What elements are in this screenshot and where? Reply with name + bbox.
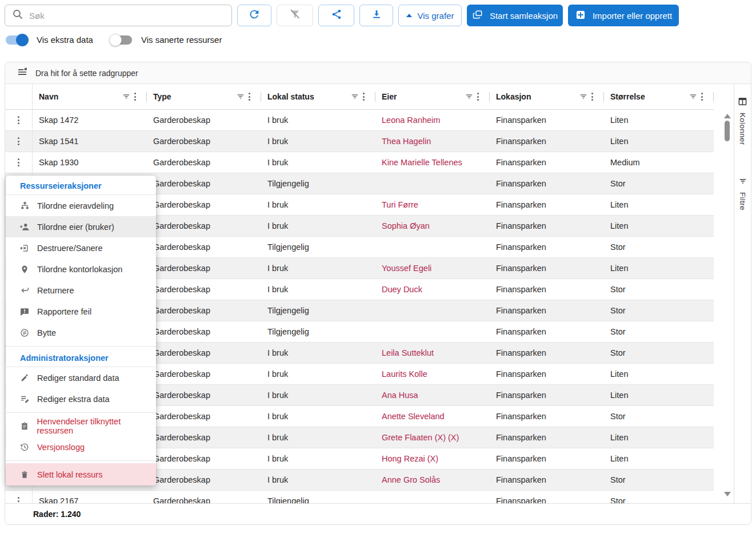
owner-link[interactable]: Kine Marielle Tellenes	[382, 158, 462, 167]
column-menu-icon[interactable]	[698, 90, 706, 103]
owner-link[interactable]: Youssef Egeli	[382, 264, 431, 273]
table-row[interactable]: Skap 1472GarderobeskapI brukLeona Ranhei…	[5, 110, 714, 131]
owner-link[interactable]: Anne Gro Solås	[382, 475, 440, 484]
owner-link[interactable]: Duey Duck	[382, 285, 422, 294]
cell-type: Garderobeskap	[147, 216, 261, 236]
column-menu-icon[interactable]	[359, 90, 368, 103]
cell-eier: Duey Duck	[375, 279, 490, 300]
column-menu-icon[interactable]	[588, 90, 597, 103]
import-or-create-button[interactable]: Importer eller opprett	[568, 5, 679, 26]
column-header-type[interactable]: Type	[147, 84, 261, 109]
cell-type: Garderobeskap	[147, 237, 261, 257]
owner-link[interactable]: Laurits Kolle	[382, 369, 427, 379]
row-menu-button[interactable]	[14, 495, 23, 503]
cell-status: I bruk	[261, 470, 375, 490]
row-group-icon	[17, 66, 28, 79]
table-row[interactable]: Skap 1541GarderobeskapI brukThea Hagelin…	[5, 131, 714, 152]
side-tab-filtre[interactable]: Filtre	[738, 177, 747, 210]
column-filter-icon[interactable]	[689, 92, 698, 101]
menu-item-tilordne-eier-bruker-[interactable]: Tilordne eier (bruker)	[6, 216, 156, 237]
row-menu-button[interactable]	[14, 135, 23, 148]
column-menu-icon[interactable]	[245, 90, 254, 103]
swap-icon	[19, 328, 30, 337]
menu-item-rediger-standard-data[interactable]: Rediger standard data	[6, 367, 156, 388]
cell-storrelse: Liten	[604, 110, 714, 130]
cell-lokasjon: Finansparken	[490, 364, 604, 384]
owner-link[interactable]: Hong Rezai (X)	[382, 454, 438, 463]
table-row[interactable]: Skap 1930GarderobeskapI brukKine Mariell…	[5, 152, 714, 173]
column-menu-icon[interactable]	[474, 90, 482, 103]
row-menu-button[interactable]	[14, 114, 23, 126]
search-box[interactable]	[5, 5, 232, 26]
status-bar: Rader: 1.240	[5, 503, 751, 524]
table-row[interactable]: Skap 2167GarderobeskapTilgjengeligFinans…	[5, 491, 714, 503]
owner-link[interactable]: Grete Flaaten (X) (X)	[382, 433, 459, 442]
owner-link[interactable]: Ana Husa	[382, 391, 418, 400]
column-label: Størrelse	[610, 92, 645, 101]
column-header-lokal-status[interactable]: Lokal status	[261, 84, 375, 109]
toggle-switch[interactable]	[6, 35, 27, 45]
column-header-navn[interactable]: Navn	[33, 84, 147, 109]
menu-item-henvendelser-tilknyttet-ressursen[interactable]: Henvendelser tilknyttet ressursen	[6, 415, 156, 436]
side-tab-label: Filtre	[738, 192, 747, 210]
menu-item-versjonslogg[interactable]: Versjonslogg	[6, 436, 156, 458]
download-button[interactable]	[359, 5, 393, 26]
column-header-lokasjon[interactable]: Lokasjon	[490, 84, 604, 109]
owner-link[interactable]: Anette Sleveland	[382, 412, 445, 421]
column-label: Type	[153, 92, 171, 101]
toggle-switch[interactable]	[110, 35, 132, 45]
owner-link[interactable]: Leona Ranheim	[382, 116, 440, 125]
column-filter-icon[interactable]	[122, 92, 131, 101]
menu-item-rapportere-feil[interactable]: Rapportere feil	[6, 301, 156, 322]
menu-section-header: Ressurseieraksjoner	[6, 177, 156, 195]
menu-item-slett-lokal-ressurs[interactable]: Slett lokal ressurs	[6, 463, 156, 486]
filter-panel-icon	[738, 177, 747, 188]
show-graphs-button[interactable]: Vis grafer	[398, 5, 462, 26]
cell-status: I bruk	[261, 364, 375, 384]
clear-filter-button[interactable]	[277, 5, 313, 26]
cell-status: I bruk	[261, 194, 375, 215]
scroll-up-arrow[interactable]	[724, 114, 731, 118]
cell-eier: Leila Sutteklut	[375, 343, 490, 363]
row-group-drop-zone[interactable]: Dra hit for å sette radgrupper	[5, 62, 751, 84]
column-label: Eier	[382, 92, 397, 101]
menu-item-destruere-sanere[interactable]: Destruere/Sanere	[6, 237, 156, 258]
column-header-størrelse[interactable]: Størrelse	[604, 84, 714, 109]
column-filter-icon[interactable]	[236, 92, 245, 101]
refresh-button[interactable]	[237, 5, 271, 26]
menu-item-label: Slett lokal ressurs	[37, 470, 102, 479]
cell-status: I bruk	[261, 427, 375, 448]
cell-navn: Skap 2167	[33, 491, 147, 503]
share-button[interactable]	[318, 5, 354, 26]
scroll-down-arrow[interactable]	[724, 492, 731, 496]
cell-eier: Hong Rezai (X)	[375, 448, 490, 469]
cell-type: Garderobeskap	[147, 300, 261, 321]
column-filter-icon[interactable]	[350, 92, 359, 101]
menu-item-tilordne-kontorlokasjon[interactable]: Tilordne kontorlokasjon	[6, 258, 156, 280]
menu-item-bytte[interactable]: Bytte	[6, 322, 156, 343]
owner-link[interactable]: Turi Førre	[382, 200, 418, 209]
start-bulk-action-button[interactable]: Start samleaksjon	[467, 5, 563, 26]
menu-item-rediger-ekstra-data[interactable]: Rediger ekstra data	[6, 388, 156, 409]
column-filter-icon[interactable]	[465, 92, 474, 101]
owner-link[interactable]: Sophia Øyan	[382, 221, 430, 230]
row-menu-button[interactable]	[14, 156, 23, 169]
cell-type: Garderobeskap	[147, 343, 261, 363]
menu-item-returnere[interactable]: Returnere	[6, 280, 156, 301]
column-filter-icon[interactable]	[579, 92, 588, 101]
owner-link[interactable]: Thea Hagelin	[382, 137, 431, 146]
start-bulk-action-label: Start samleaksjon	[490, 11, 558, 21]
column-header-eier[interactable]: Eier	[375, 84, 490, 109]
scrollbar-thumb[interactable]	[725, 121, 730, 141]
column-menu-icon[interactable]	[131, 90, 139, 103]
owner-link[interactable]: Leila Sutteklut	[382, 348, 434, 357]
toggle-knob	[16, 34, 29, 46]
menu-item-tilordne-eieravdeling[interactable]: Tilordne eieravdeling	[6, 195, 156, 216]
side-tab-kolonner[interactable]: Kolonner	[738, 97, 747, 145]
cell-lokasjon: Finansparken	[490, 427, 604, 448]
cell-type: Garderobeskap	[147, 152, 261, 173]
cell-eier	[375, 491, 490, 503]
cell-eier: Youssef Egeli	[375, 258, 490, 279]
search-input[interactable]	[29, 11, 225, 21]
cell-type: Garderobeskap	[147, 491, 261, 503]
